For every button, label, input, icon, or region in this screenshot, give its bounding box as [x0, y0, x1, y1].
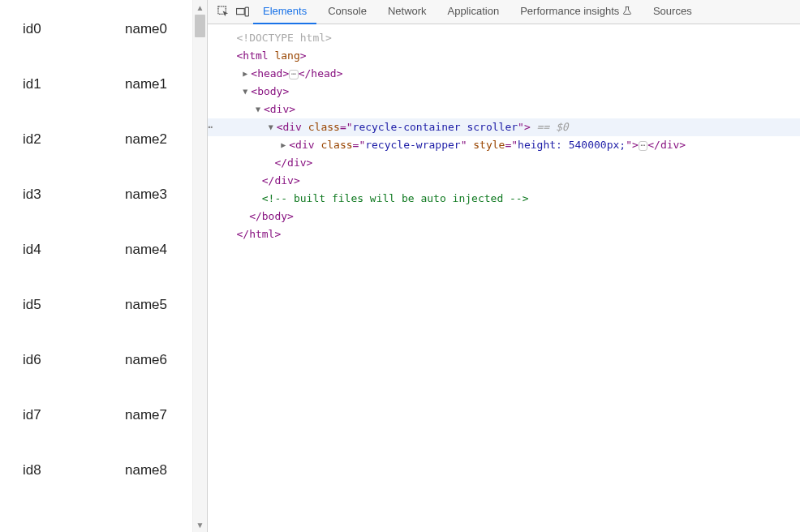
ellipsis-icon[interactable]: ⋯: [639, 141, 647, 151]
list-item: id6 name6: [23, 352, 192, 407]
dom-line[interactable]: </div>: [208, 172, 800, 190]
dom-line[interactable]: ▼<div>: [208, 101, 800, 118]
list-name: name8: [125, 462, 167, 478]
list-id: id0: [23, 21, 125, 37]
expand-down-icon[interactable]: ▼: [243, 83, 251, 101]
list-item: id1 name1: [23, 76, 192, 131]
list-item: id7 name7: [23, 407, 192, 462]
list-id: id3: [23, 187, 125, 203]
list-id: id5: [23, 297, 125, 313]
tab-console[interactable]: Console: [318, 0, 376, 24]
dom-line[interactable]: <!DOCTYPE html>: [208, 29, 800, 47]
dom-line[interactable]: <html lang>: [208, 47, 800, 65]
scrollbar-thumb[interactable]: [195, 15, 205, 37]
devtools-toolbar: Elements Console Network Application Per…: [208, 0, 800, 24]
dom-line[interactable]: ▶<head>⋯</head>: [208, 65, 800, 83]
devtools-panel: Elements Console Network Application Per…: [207, 0, 800, 532]
expand-down-icon[interactable]: ▼: [256, 101, 264, 118]
rendered-page: id0 name0 id1 name1 id2 name2 id3 name3 …: [0, 0, 207, 532]
svg-rect-2: [245, 7, 248, 16]
svg-rect-1: [236, 8, 244, 14]
tab-application[interactable]: Application: [438, 0, 510, 24]
vertical-scrollbar[interactable]: ▲ ▼: [192, 0, 207, 532]
list-id: id8: [23, 462, 125, 478]
list-name: name3: [125, 187, 167, 203]
inspect-element-icon[interactable]: [214, 3, 232, 21]
dom-line[interactable]: <!-- built files will be auto injected -…: [208, 190, 800, 208]
tab-performance-insights[interactable]: Performance insights: [510, 0, 642, 24]
list-name: name7: [125, 407, 167, 423]
tab-elements[interactable]: Elements: [253, 0, 316, 24]
expand-right-icon[interactable]: ▶: [243, 65, 251, 83]
dom-line[interactable]: ▶<div class="recycle-wrapper" style="hei…: [208, 136, 800, 154]
list-item: id2 name2: [23, 131, 192, 187]
list-name: name1: [125, 76, 167, 92]
scroll-down-arrow-icon[interactable]: ▼: [193, 517, 207, 532]
list-id: id6: [23, 352, 125, 368]
dom-line[interactable]: ▼<body>: [208, 83, 800, 101]
list-name: name5: [125, 297, 167, 313]
list-name: name2: [125, 131, 167, 148]
dom-line[interactable]: </div>: [208, 154, 800, 172]
list-item: id4 name4: [23, 242, 192, 297]
list-name: name0: [125, 21, 167, 37]
dom-line-selected[interactable]: ▼<div class="recycle-container scroller"…: [208, 118, 800, 136]
list-item: id8 name8: [23, 462, 192, 517]
list-name: name4: [125, 242, 167, 258]
dom-tree[interactable]: <!DOCTYPE html> <html lang> ▶<head>⋯</he…: [208, 24, 800, 532]
list-id: id2: [23, 131, 125, 148]
list-item: id3 name3: [23, 187, 192, 242]
tab-sources[interactable]: Sources: [643, 0, 702, 24]
expand-right-icon[interactable]: ▶: [281, 136, 289, 154]
list[interactable]: id0 name0 id1 name1 id2 name2 id3 name3 …: [0, 0, 192, 532]
dom-line[interactable]: </body>: [208, 208, 800, 225]
expand-down-icon[interactable]: ▼: [269, 118, 277, 136]
scroll-up-arrow-icon[interactable]: ▲: [193, 0, 207, 15]
list-id: id1: [23, 76, 125, 92]
list-item: id5 name5: [23, 297, 192, 352]
ellipsis-icon[interactable]: ⋯: [289, 70, 298, 79]
list-id: id7: [23, 407, 125, 423]
tab-network[interactable]: Network: [378, 0, 437, 24]
list-name: name6: [125, 352, 167, 368]
list-item: id0 name0: [23, 21, 192, 76]
dom-line[interactable]: </html>: [208, 225, 800, 243]
list-id: id4: [23, 242, 125, 258]
device-toolbar-icon[interactable]: [234, 3, 252, 21]
